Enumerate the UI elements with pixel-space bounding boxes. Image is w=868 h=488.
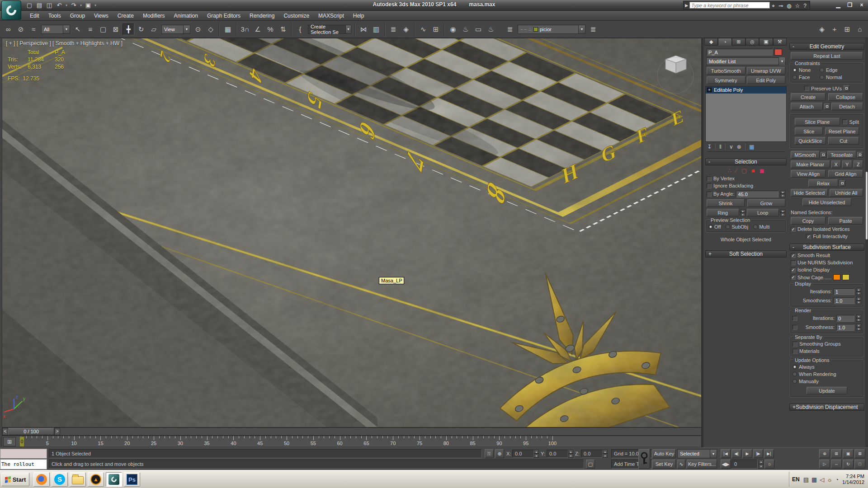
next-frame-arrow[interactable]: > (54, 428, 60, 435)
menu-views[interactable]: Views (90, 12, 113, 20)
turbosmooth-button[interactable]: TurboSmooth (707, 67, 745, 75)
ring-spinner[interactable]: ▲▼ (741, 209, 745, 216)
key-filters-curve-icon[interactable]: ∿ (677, 460, 685, 469)
polygon-subobject-icon[interactable]: ■ (751, 167, 755, 174)
selection-lock-icon[interactable]: ⚿ (485, 449, 494, 458)
subdivision-displacement-rollout-header[interactable]: +Subdivision Displacement (789, 404, 864, 411)
display-smoothness-field[interactable]: 1.0 (834, 297, 854, 304)
viewport-label[interactable]: [ + ] [ Perspective ] [ Smooth + Highlig… (6, 40, 123, 47)
auto-key-button[interactable]: Auto Key (652, 449, 676, 458)
configure-modifier-sets-icon[interactable]: ▦ (749, 144, 754, 150)
soft-selection-rollout-header[interactable]: +Soft Selection (705, 250, 787, 258)
make-planar-y-button[interactable]: Y (842, 160, 852, 168)
go-to-end-button[interactable]: ▶| (764, 449, 774, 458)
cut-button[interactable]: Cut (828, 137, 859, 145)
keyboard-override-icon[interactable]: ▦ (222, 23, 234, 35)
menu-edit[interactable]: Edit (25, 12, 44, 20)
tray-update-icon[interactable]: ☼ (827, 476, 832, 483)
select-and-move-icon[interactable]: ╋ (123, 23, 134, 35)
previous-frame-button[interactable]: ◀| (731, 449, 741, 458)
mini-listener-script[interactable]: The rollout (0, 459, 47, 469)
reset-plane-button[interactable]: Reset Plane (825, 127, 859, 135)
msmooth-button[interactable]: MSmooth (791, 151, 820, 159)
zoom-extents-icon[interactable]: ▣ (843, 449, 854, 458)
absolute-offset-toggle-icon[interactable]: ⊕ (495, 449, 504, 458)
y-spinner[interactable]: ▲▼ (568, 450, 573, 458)
communication-icon[interactable]: ◍ (787, 3, 791, 9)
tray-volume-icon[interactable]: ◁ (820, 476, 824, 483)
frame-spinner[interactable]: ▲▼ (759, 460, 764, 469)
angle-snap-icon[interactable]: ∠ (252, 23, 264, 35)
material-editor-icon[interactable]: ◉ (447, 23, 459, 35)
object-color-swatch[interactable] (774, 49, 782, 56)
min-max-toggle-icon[interactable]: □ (854, 460, 865, 469)
border-subobject-icon[interactable]: ▢ (741, 167, 747, 174)
language-indicator[interactable]: EN (792, 476, 800, 483)
isolate-selection-icon[interactable]: ▢ (586, 460, 595, 469)
display-iterations-spinner[interactable]: ▲▼ (856, 288, 861, 295)
expand-icon[interactable] (707, 88, 712, 92)
taskbar-firefox-icon[interactable] (33, 472, 50, 487)
rendered-frame-window-icon[interactable]: ▭ (472, 23, 484, 35)
attach-button[interactable]: Attach (791, 103, 823, 110)
make-planar-z-button[interactable]: Z (854, 160, 863, 168)
ring-button[interactable]: Ring (707, 209, 739, 216)
minimize-button[interactable]: ▁ (835, 2, 842, 8)
bind-to-space-warp-icon[interactable]: ≈ (28, 23, 39, 35)
menu-animation[interactable]: Animation (170, 12, 203, 20)
play-button[interactable]: ▶ (742, 449, 752, 458)
selection-rollout-header[interactable]: -Selection (705, 158, 787, 165)
select-and-scale-icon[interactable]: ▱ (148, 23, 160, 35)
search-find-icon[interactable]: ⌖ (772, 3, 775, 9)
object-name-field[interactable]: P_A (707, 49, 773, 56)
key-mode-toggle-button[interactable]: ◀▶ (721, 460, 731, 469)
taskbar-skype-icon[interactable]: S (52, 472, 68, 487)
constraint-edge-radio[interactable] (820, 68, 824, 72)
help-icon[interactable]: ? (803, 3, 807, 9)
mini-listener-macro[interactable] (0, 449, 47, 459)
relax-button[interactable]: Relax (808, 179, 838, 187)
select-object-icon[interactable]: ↖ (72, 23, 84, 35)
edit-poly-button[interactable]: Edit Poly (747, 76, 786, 84)
window-crossing-icon[interactable]: ⊠ (110, 23, 122, 35)
render-smoothness-spinner[interactable]: ▲▼ (856, 324, 861, 331)
display-iterations-field[interactable]: 1 (834, 288, 854, 295)
x-coordinate-field[interactable]: 0.0 (512, 450, 534, 458)
taskbar-3dsmax-icon[interactable] (106, 472, 122, 487)
symmetry-button[interactable]: Symmetry (707, 76, 745, 84)
tessellate-button[interactable]: Tessellate (827, 151, 856, 159)
menu-help[interactable]: Help (349, 12, 369, 20)
start-button[interactable]: Start (1, 473, 29, 486)
make-planar-button[interactable]: Make Planar (791, 160, 830, 168)
by-vertex-checkbox[interactable] (707, 176, 712, 181)
close-button[interactable]: × (858, 2, 865, 8)
zoom-icon[interactable]: ⊕ (819, 449, 830, 458)
graphite-toggle-icon[interactable]: ◈ (400, 23, 412, 35)
dropdown-arrow-icon[interactable]: ▼ (578, 25, 585, 33)
rectangular-selection-icon[interactable]: ▢ (97, 23, 109, 35)
set-keys-icon[interactable] (638, 449, 650, 469)
preserve-uvs-settings-icon[interactable] (844, 85, 849, 91)
y-coordinate-field[interactable]: 0.0 (547, 450, 568, 458)
update-button[interactable]: Update (807, 387, 847, 394)
edit-geometry-rollout-header[interactable]: -Edit Geometry (789, 43, 864, 50)
relax-settings-icon[interactable] (840, 180, 845, 186)
create-button[interactable]: Create (791, 93, 826, 101)
show-cage-checkbox[interactable] (791, 275, 796, 280)
copy-button[interactable]: Copy (791, 217, 826, 225)
key-icon[interactable]: ⊸ (778, 3, 783, 9)
ignore-backfacing-checkbox[interactable] (707, 183, 712, 188)
previous-frame-arrow[interactable]: < (2, 428, 8, 435)
zoom-extents-all-icon[interactable]: ⊠ (854, 449, 865, 458)
tab-utilities[interactable]: ⚒ (773, 38, 787, 46)
render-iterations-spinner[interactable]: ▲▼ (856, 314, 861, 322)
time-slider-handle[interactable]: 0 / 100 (8, 428, 54, 435)
menu-modifiers[interactable]: Modifiers (138, 12, 170, 20)
slice-plane-button[interactable]: Slice Plane (795, 118, 840, 126)
mirror-icon[interactable]: ⋈ (358, 23, 369, 35)
preview-subobj-radio[interactable] (726, 225, 730, 229)
track-bar[interactable]: ⊞ 51015202530354045505560657075808590951… (2, 436, 702, 447)
layer-manager-icon[interactable]: ≣ (387, 23, 399, 35)
schematic-view-icon[interactable]: ⊞ (430, 23, 442, 35)
dropdown-arrow-icon[interactable]: ▼ (710, 450, 717, 458)
